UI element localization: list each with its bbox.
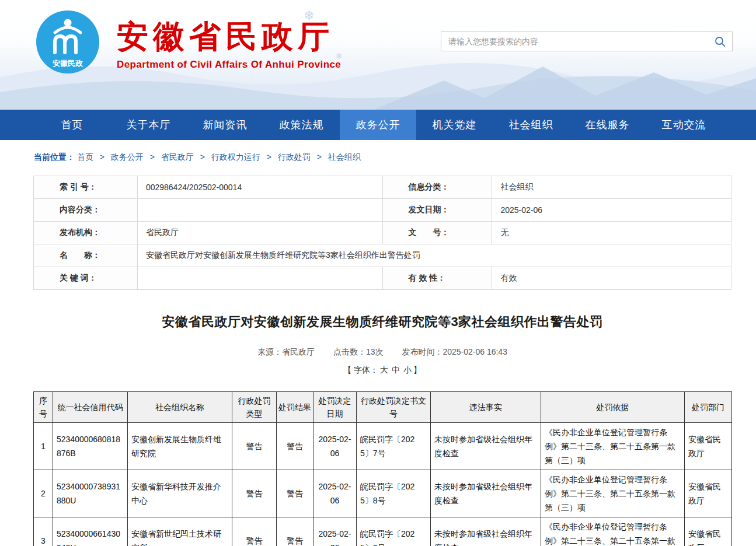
cell-credit-code: 52340000738931880U bbox=[53, 470, 128, 517]
nav-item-interaction[interactable]: 互动交流 bbox=[646, 110, 722, 140]
article-clicks: 点击数：13次 bbox=[333, 347, 384, 356]
cell-punishment-result: 警告 bbox=[277, 470, 313, 517]
col-header-seq: 序号 bbox=[34, 392, 53, 423]
nav-item-about[interactable]: 关于本厅 bbox=[110, 110, 187, 140]
meta-label-info-category: 信息分类： bbox=[382, 176, 492, 199]
meta-value-content-category bbox=[137, 199, 382, 222]
cell-punishment-result: 警告 bbox=[277, 517, 313, 546]
col-header-punishment-dept: 处罚部门 bbox=[685, 392, 732, 423]
cell-org-name: 安徽创新发展生物质纤维研究院 bbox=[128, 423, 232, 470]
breadcrumb-link-admin-power[interactable]: 行政权力运行 bbox=[211, 152, 260, 162]
site-header: ❄ ❄ 安徽民政 安徽省民政厅 Department of Civil Affa… bbox=[0, 0, 756, 110]
col-header-punishment-basis: 处罚依据 bbox=[541, 392, 685, 423]
cell-punishment-result: 警告 bbox=[277, 423, 313, 470]
cell-punishment-basis: 《民办非企业单位登记管理暂行条例》第二十三条、第二十五条第一款第（三）项 bbox=[541, 517, 685, 546]
meta-label-doc-number: 文 号： bbox=[382, 222, 492, 244]
cell-punishment-type: 警告 bbox=[232, 470, 277, 517]
article-source: 来源：省民政厅 bbox=[257, 347, 315, 356]
cell-punishment-basis: 《民办非企业单位登记管理暂行条例》第二十三条、第二十五条第一款第（三）项 bbox=[541, 470, 685, 517]
cell-punishment-basis: 《民办非企业单位登记管理暂行条例》第二十三条、第二十五条第一款第（三）项 bbox=[541, 423, 685, 470]
table-row: 2 52340000738931880U 安徽省新华科技开发推介中心 警告 警告… bbox=[34, 470, 732, 517]
table-header-row: 序号 统一社会信用代码 社会组织名称 行政处罚类型 处罚结果 处罚决定日期 行政… bbox=[34, 392, 732, 423]
meta-label-title: 名 称： bbox=[34, 244, 138, 267]
font-size-small-button[interactable]: 小 bbox=[403, 365, 412, 374]
site-title-block: 安徽省民政厅 Department of Civil Affairs Of An… bbox=[117, 20, 341, 71]
meta-value-issuing-agency: 省民政厅 bbox=[137, 222, 382, 244]
table-row: 3 52340000661430948H 安徽省新世纪凹土技术研究所 警告 警告… bbox=[34, 517, 732, 546]
main-content: 索 引 号： 002986424/202502-00014 信息分类： 社会组织… bbox=[33, 176, 731, 546]
cell-decision-date: 2025-02-06 bbox=[313, 517, 357, 546]
meta-value-validity: 有效 bbox=[492, 267, 731, 290]
nav-item-news[interactable]: 新闻资讯 bbox=[187, 110, 263, 140]
breadcrumb-separator: > bbox=[267, 152, 271, 162]
meta-value-title: 安徽省民政厅对安徽创新发展生物质纤维研究院等3家社会组织作出警告处罚 bbox=[137, 244, 731, 267]
nav-item-policy[interactable]: 政策法规 bbox=[263, 110, 340, 140]
cell-decision-doc-number: 皖民罚字〔2025〕7号 bbox=[357, 423, 431, 470]
search-box bbox=[441, 32, 733, 51]
breadcrumb-separator: > bbox=[150, 152, 155, 162]
meta-label-index-number: 索 引 号： bbox=[34, 176, 138, 199]
breadcrumb-link-gov-affairs[interactable]: 政务公开 bbox=[111, 152, 144, 162]
meta-row: 发布机构： 省民政厅 文 号： 无 bbox=[34, 222, 731, 244]
font-size-medium-button[interactable]: 中 bbox=[392, 365, 400, 374]
search-input[interactable] bbox=[441, 32, 708, 51]
nav-item-party[interactable]: 机关党建 bbox=[416, 110, 493, 140]
col-header-punishment-type: 行政处罚类型 bbox=[232, 392, 277, 423]
document-meta-table: 索 引 号： 002986424/202502-00014 信息分类： 社会组织… bbox=[33, 176, 731, 290]
breadcrumb-separator: > bbox=[100, 152, 104, 162]
cell-illegal-facts: 未按时参加省级社会组织年度检查 bbox=[431, 423, 541, 470]
cell-punishment-type: 警告 bbox=[232, 517, 277, 546]
cell-decision-doc-number: 皖民罚字〔2025〕8号 bbox=[357, 470, 431, 517]
col-header-credit-code: 统一社会信用代码 bbox=[53, 392, 128, 423]
nav-item-online-service[interactable]: 在线服务 bbox=[569, 110, 646, 140]
font-size-widget: 【 字体：大中小】 bbox=[33, 365, 731, 376]
main-nav: 首页 关于本厅 新闻资讯 政策法规 政务公开 机关党建 社会组织 在线服务 互动… bbox=[0, 110, 756, 140]
search-icon bbox=[715, 36, 726, 47]
article-meta: 来源：省民政厅 点击数：13次 发布时间：2025-02-06 16:43 bbox=[33, 347, 731, 358]
font-widget-prefix: 【 字体： bbox=[343, 365, 378, 374]
site-subtitle: Department of Civil Affairs Of Anhui Pro… bbox=[117, 59, 341, 71]
meta-row: 索 引 号： 002986424/202502-00014 信息分类： 社会组织 bbox=[34, 176, 731, 199]
meta-label-validity: 有 效 性： bbox=[382, 267, 492, 290]
col-header-decision-date: 处罚决定日期 bbox=[313, 392, 357, 423]
breadcrumb-separator: > bbox=[200, 152, 205, 162]
meta-row: 关 键 词： 有 效 性： 有效 bbox=[34, 267, 731, 290]
meta-row: 名 称： 安徽省民政厅对安徽创新发展生物质纤维研究院等3家社会组织作出警告处罚 bbox=[34, 244, 731, 267]
cell-illegal-facts: 未按时参加省级社会组织年度检查 bbox=[431, 517, 541, 546]
cell-credit-code: 52340000661430948H bbox=[53, 517, 128, 546]
meta-label-keywords: 关 键 词： bbox=[34, 267, 138, 290]
breadcrumb-link-dept[interactable]: 省民政厅 bbox=[161, 152, 194, 162]
cell-decision-date: 2025-02-06 bbox=[313, 470, 357, 517]
nav-item-social-org[interactable]: 社会组织 bbox=[493, 110, 569, 140]
table-row: 1 52340000680818876B 安徽创新发展生物质纤维研究院 警告 警… bbox=[34, 423, 732, 470]
logo[interactable]: 安徽民政 bbox=[35, 9, 100, 75]
breadcrumb-link-social-org[interactable]: 社会组织 bbox=[328, 152, 361, 162]
cell-seq: 1 bbox=[34, 423, 53, 470]
cell-org-name: 安徽省新华科技开发推介中心 bbox=[128, 470, 232, 517]
cell-org-name: 安徽省新世纪凹土技术研究所 bbox=[128, 517, 232, 546]
breadcrumb-link-punishment[interactable]: 行政处罚 bbox=[278, 152, 311, 162]
font-size-large-button[interactable]: 大 bbox=[380, 365, 388, 374]
breadcrumb-link-home[interactable]: 首页 bbox=[77, 152, 93, 162]
nav-item-gov-affairs[interactable]: 政务公开 bbox=[340, 110, 416, 140]
breadcrumb-label: 当前位置： bbox=[34, 152, 75, 162]
cell-punishment-dept: 安徽省民政厅 bbox=[685, 517, 732, 546]
meta-label-issue-date: 发文日期： bbox=[382, 199, 492, 222]
cell-seq: 2 bbox=[34, 470, 53, 517]
cell-illegal-facts: 未按时参加省级社会组织年度检查 bbox=[431, 470, 541, 517]
site-title: 安徽省民政厅 bbox=[117, 20, 341, 53]
cell-punishment-type: 警告 bbox=[232, 423, 277, 470]
page: ❄ ❄ 安徽民政 安徽省民政厅 Department of Civil Affa… bbox=[0, 0, 756, 546]
article-publish-time: 发布时间：2025-02-06 16:43 bbox=[402, 347, 507, 356]
meta-value-info-category: 社会组织 bbox=[492, 176, 731, 199]
cell-decision-doc-number: 皖民罚字〔2025〕9号 bbox=[357, 517, 431, 546]
meta-row: 内容分类： 发文日期： 2025-02-06 bbox=[34, 199, 731, 222]
meta-label-content-category: 内容分类： bbox=[34, 199, 138, 222]
nav-item-home[interactable]: 首页 bbox=[34, 110, 110, 140]
logo-text: 安徽民政 bbox=[53, 59, 83, 68]
search-button[interactable] bbox=[708, 32, 732, 51]
cell-punishment-dept: 安徽省民政厅 bbox=[685, 470, 732, 517]
col-header-punishment-result: 处罚结果 bbox=[277, 392, 313, 423]
article-title: 安徽省民政厅对安徽创新发展生物质纤维研究院等3家社会组织作出警告处罚 bbox=[33, 313, 731, 331]
cell-decision-date: 2025-02-06 bbox=[313, 423, 357, 470]
